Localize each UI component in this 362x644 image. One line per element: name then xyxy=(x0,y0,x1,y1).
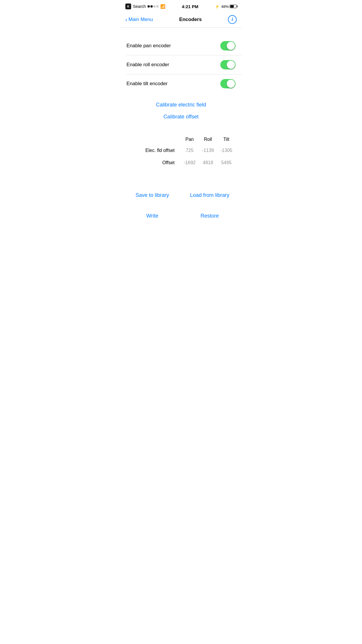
status-left: K Search 📶 xyxy=(125,4,165,9)
data-section: Pan Roll Tilt Elec. fld offset 725 -1139… xyxy=(121,126,241,178)
header-pan: Pan xyxy=(180,134,199,144)
signal-dot-1 xyxy=(147,5,150,8)
page-title: Encoders xyxy=(179,17,202,22)
back-label: Main Menu xyxy=(129,17,153,22)
toggle-section: Enable pan encoder Enable roll encoder E… xyxy=(121,34,241,96)
bluetooth-icon: ⚡ xyxy=(215,4,219,9)
offset-table: Pan Roll Tilt Elec. fld offset 725 -1139… xyxy=(126,134,236,169)
battery-percent: 48% xyxy=(221,4,229,9)
roll-encoder-label: Enable roll encoder xyxy=(126,62,169,68)
footer-section: Save to library Load from library Write … xyxy=(121,178,241,231)
offset-row: Offset -1692 4918 5495 xyxy=(126,157,236,169)
header-empty xyxy=(126,134,180,144)
signal-dot-3 xyxy=(153,5,156,8)
top-spacer xyxy=(121,28,241,34)
tilt-encoder-row: Enable tilt encoder xyxy=(121,74,241,93)
pan-encoder-toggle[interactable] xyxy=(220,41,236,50)
tilt-encoder-knob xyxy=(227,80,235,88)
tilt-encoder-toggle[interactable] xyxy=(220,79,236,88)
battery-container: 48% xyxy=(221,4,237,9)
offset-label: Offset xyxy=(126,157,180,169)
info-icon: i xyxy=(232,17,233,22)
wifi-icon: 📶 xyxy=(160,4,165,9)
app-icon: K xyxy=(125,4,131,9)
battery-fill xyxy=(230,5,234,8)
elec-fld-label: Elec. fld offset xyxy=(126,144,180,157)
save-to-library-button[interactable]: Save to library xyxy=(126,189,178,201)
info-button[interactable]: i xyxy=(228,15,237,24)
calibrate-offset-button[interactable]: Calibrate offset xyxy=(164,114,199,120)
calibrate-electric-button[interactable]: Calibrate electric field xyxy=(156,102,206,108)
table-header-row: Pan Roll Tilt xyxy=(126,134,236,144)
load-from-library-button[interactable]: Load from library xyxy=(184,189,236,201)
tilt-encoder-label: Enable tilt encoder xyxy=(126,81,168,87)
pan-encoder-knob xyxy=(227,42,235,50)
header-tilt: Tilt xyxy=(217,134,236,144)
roll-encoder-row: Enable roll encoder xyxy=(121,55,241,74)
offset-pan: -1692 xyxy=(180,157,199,169)
elec-fld-pan: 725 xyxy=(180,144,199,157)
app-name-label: Search xyxy=(133,4,146,9)
offset-roll: 4918 xyxy=(199,157,217,169)
header-roll: Roll xyxy=(199,134,217,144)
elec-fld-roll: -1139 xyxy=(199,144,217,157)
roll-encoder-knob xyxy=(227,61,235,69)
status-time: 4:21 PM xyxy=(182,4,198,9)
roll-encoder-toggle[interactable] xyxy=(220,60,236,69)
elec-fld-row: Elec. fld offset 725 -1139 -1305 xyxy=(126,144,236,157)
signal-dot-2 xyxy=(150,5,153,8)
nav-bar: ‹ Main Menu Encoders i xyxy=(121,13,241,28)
chevron-left-icon: ‹ xyxy=(125,17,127,22)
elec-fld-tilt: -1305 xyxy=(217,144,236,157)
pan-encoder-row: Enable pan encoder xyxy=(121,36,241,55)
pan-encoder-label: Enable pan encoder xyxy=(126,43,171,49)
main-content: Enable pan encoder Enable roll encoder E… xyxy=(121,28,241,231)
signal-indicator xyxy=(147,5,159,8)
battery-icon xyxy=(230,5,237,8)
calibrate-section: Calibrate electric field Calibrate offse… xyxy=(121,96,241,126)
offset-tilt: 5495 xyxy=(217,157,236,169)
write-button[interactable]: Write xyxy=(126,210,178,222)
restore-button[interactable]: Restore xyxy=(184,210,236,222)
back-button[interactable]: ‹ Main Menu xyxy=(125,17,153,22)
status-bar: K Search 📶 4:21 PM ⚡ 48% xyxy=(121,0,241,13)
signal-dot-4 xyxy=(156,5,159,8)
status-right: ⚡ 48% xyxy=(215,4,237,9)
